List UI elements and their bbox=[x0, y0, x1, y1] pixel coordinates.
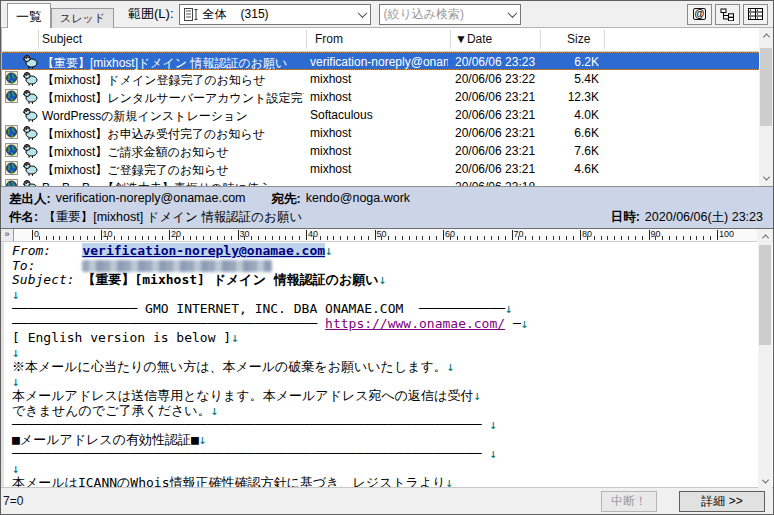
column-header-from[interactable]: From bbox=[315, 32, 343, 46]
tab-thread-view[interactable]: スレッド bbox=[51, 8, 114, 28]
chevron-down-icon[interactable] bbox=[507, 8, 517, 18]
row-from: mixhost bbox=[310, 144, 448, 158]
message-row[interactable]: 【重要】[mixhost]ドメイン 情報認証のお願い verification-… bbox=[2, 52, 773, 70]
row-date: 20/06/06 23:22 bbox=[455, 72, 541, 86]
message-list-pane: Subject From ▼Date Size bbox=[1, 28, 773, 186]
scroll-up-button[interactable] bbox=[758, 229, 772, 244]
scroll-down-button[interactable] bbox=[758, 474, 772, 489]
column-divider[interactable] bbox=[306, 30, 307, 49]
message-row[interactable]: 【mixhost】お申込み受付完了のお知らせ mixhost 20/06/06 … bbox=[2, 124, 773, 142]
range-combobox[interactable]: 全体 (315) bbox=[179, 4, 371, 25]
date-value: 2020/06/06(土) 23:23 bbox=[645, 209, 763, 227]
column-header-date[interactable]: ▼Date bbox=[455, 32, 492, 46]
folder-view-icon bbox=[184, 8, 199, 21]
row-subject: 【mixhost】レンタルサーバーアカウント設定完了のお知... bbox=[42, 90, 304, 107]
to-label: 宛先: bbox=[272, 191, 301, 209]
at-mark-icon: @ bbox=[693, 8, 707, 20]
message-body-pane[interactable]: From: verification-noreply@onamae.com↓To… bbox=[1, 242, 773, 487]
row-date: 20/06/06 23:21 bbox=[455, 90, 541, 104]
row-size: 6.2K bbox=[542, 55, 599, 69]
row-size: 7.6K bbox=[542, 144, 599, 158]
row-size: 5.4K bbox=[542, 72, 599, 86]
detail-button[interactable]: 詳細 >> bbox=[679, 491, 765, 512]
to-value: kendo@noga.work bbox=[306, 191, 410, 209]
range-value: 全体 bbox=[203, 6, 227, 23]
table-icon bbox=[748, 8, 763, 20]
row-size: 12.3K bbox=[542, 90, 599, 104]
message-row[interactable]: 【mixhost】レンタルサーバーアカウント設定完了のお知... mixhost… bbox=[2, 88, 773, 106]
html-mail-globe-icon bbox=[5, 71, 18, 85]
mail-bird-icon bbox=[22, 179, 38, 186]
row-size: 4.6K bbox=[542, 162, 599, 176]
row-subject: WordPressの新規インストレーション bbox=[42, 108, 304, 125]
message-row[interactable]: 【mixhost】ご請求金額のお知らせ mixhost 20/06/06 23:… bbox=[2, 142, 773, 160]
column-divider[interactable] bbox=[540, 30, 541, 49]
row-subject: 【mixhost】ご請求金額のお知らせ bbox=[42, 144, 304, 161]
message-row[interactable]: WordPressの新規インストレーション Softaculous 20/06/… bbox=[2, 106, 773, 124]
message-list: 【重要】[mixhost]ドメイン 情報認証のお願い verification-… bbox=[2, 52, 773, 186]
row-from: Softaculous bbox=[310, 108, 448, 122]
from-label: 差出人: bbox=[9, 191, 51, 209]
html-mail-globe-icon bbox=[5, 161, 18, 175]
html-mail-globe-icon bbox=[5, 125, 18, 139]
column-divider[interactable] bbox=[450, 30, 451, 49]
tree-icon bbox=[720, 8, 735, 21]
column-header-subject[interactable]: Subject bbox=[42, 32, 82, 46]
row-date: 20/06/06 23:23 bbox=[455, 55, 541, 69]
message-header-pane: 差出人: verification-noreply@onamae.com 宛先:… bbox=[1, 186, 773, 229]
chevron-down-icon[interactable] bbox=[357, 8, 367, 18]
filter-search-combobox[interactable]: (絞り込み検索) bbox=[379, 4, 521, 25]
date-label: 日時: bbox=[611, 209, 640, 227]
body-scrollbar[interactable] bbox=[758, 229, 772, 489]
thread-tree-button[interactable] bbox=[715, 4, 740, 25]
tab-list-view[interactable]: 一覧 bbox=[7, 3, 51, 28]
list-scrollbar[interactable] bbox=[759, 28, 773, 186]
row-date: 20/06/06 23:21 bbox=[455, 144, 541, 158]
row-from: mixhost bbox=[310, 126, 448, 140]
scrollbar-thumb[interactable] bbox=[760, 48, 772, 126]
column-divider[interactable] bbox=[604, 30, 605, 49]
mail-bird-icon bbox=[22, 107, 38, 122]
list-header: Subject From ▼Date Size bbox=[2, 28, 773, 52]
column-divider[interactable] bbox=[38, 30, 39, 49]
message-row[interactable]: B．B．B．【創造大夫】素振りの時に使う 20/06/06 23:18 bbox=[2, 178, 773, 186]
ruler: » 0102030405060708090100 bbox=[1, 229, 757, 242]
row-from: mixhost bbox=[310, 162, 448, 176]
mail-bird-icon bbox=[22, 71, 38, 86]
mail-bird-icon bbox=[22, 161, 38, 176]
mail-client-window: 一覧 スレッド 範囲(L): 全体 (315) (絞り込み検索) bbox=[0, 0, 774, 515]
mail-bird-icon bbox=[22, 143, 38, 158]
from-value: verification-noreply@onamae.com bbox=[56, 191, 246, 209]
scroll-down-button[interactable] bbox=[759, 171, 773, 186]
abort-button[interactable]: 中断！ bbox=[601, 491, 657, 512]
status-bar: 7=0 中断！ 詳細 >> bbox=[1, 487, 773, 514]
message-row[interactable]: 【mixhost】ご登録完了のお知らせ mixhost 20/06/06 23:… bbox=[2, 160, 773, 178]
mail-bird-icon bbox=[22, 54, 38, 69]
row-subject: 【mixhost】お申込み受付完了のお知らせ bbox=[42, 126, 304, 143]
mail-bird-icon bbox=[22, 125, 38, 140]
html-mail-globe-icon bbox=[5, 143, 18, 157]
row-subject: 【mixhost】ドメイン登録完了のお知らせ bbox=[42, 72, 304, 89]
html-mail-globe-icon bbox=[5, 179, 18, 186]
address-view-button[interactable]: @ bbox=[687, 4, 712, 25]
status-text: 7=0 bbox=[3, 494, 23, 508]
row-size: 6.6K bbox=[542, 126, 599, 140]
message-row[interactable]: 【mixhost】ドメイン登録完了のお知らせ mixhost 20/06/06 … bbox=[2, 70, 773, 88]
range-count: (315) bbox=[241, 7, 269, 21]
toolbar: 一覧 スレッド 範囲(L): 全体 (315) (絞り込み検索) bbox=[1, 1, 773, 28]
mail-bird-icon bbox=[22, 89, 38, 104]
ruler-ticks: 0102030405060708090100 bbox=[1, 229, 757, 241]
row-date: 20/06/06 23:21 bbox=[455, 162, 541, 176]
row-subject: 【mixhost】ご登録完了のお知らせ bbox=[42, 162, 304, 179]
row-date: 20/06/06 23:21 bbox=[455, 108, 541, 122]
subject-value: 【重要】[mixhost] ドメイン 情報認証のお願い bbox=[43, 209, 302, 227]
row-size: 4.0K bbox=[542, 108, 599, 122]
column-header-size[interactable]: Size bbox=[567, 32, 590, 46]
html-mail-globe-icon bbox=[5, 89, 18, 103]
table-view-button[interactable] bbox=[743, 4, 768, 25]
row-from: verification-noreply@onam... bbox=[310, 55, 448, 69]
scroll-up-button[interactable] bbox=[759, 28, 773, 43]
row-date: 20/06/06 23:21 bbox=[455, 126, 541, 140]
subject-label: 件名: bbox=[9, 209, 38, 227]
scrollbar-thumb[interactable] bbox=[759, 245, 771, 345]
